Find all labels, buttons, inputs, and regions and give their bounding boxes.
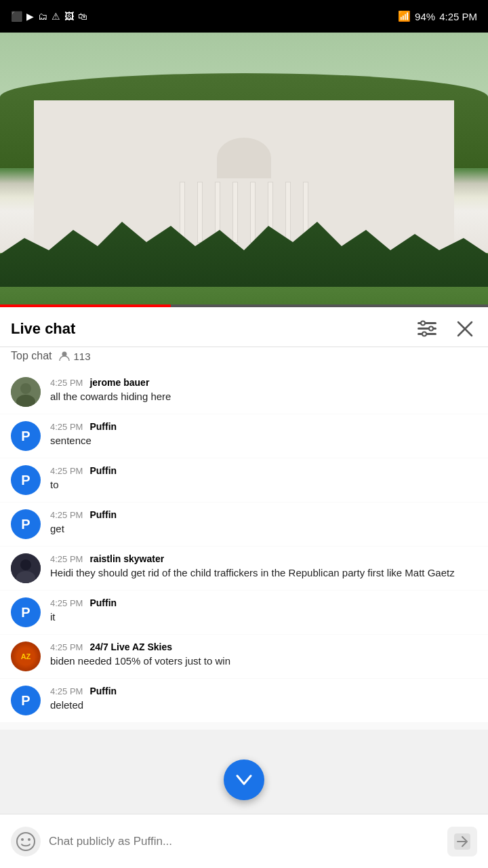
avatar-puffin-3: P [11, 465, 41, 495]
chat-content-5: 4:25 PM raistlin skywater Heidi they sho… [50, 553, 477, 580]
avatar-image [11, 377, 41, 407]
column [232, 182, 238, 243]
send-button[interactable] [447, 827, 477, 856]
person-icon [58, 350, 70, 362]
chat-content-4: 4:25 PM Puffin get [50, 509, 477, 536]
close-button[interactable] [453, 317, 477, 341]
topchat-label[interactable]: Top chat [11, 350, 52, 362]
settings-icon-button[interactable] [415, 317, 439, 341]
chat-text-8: deleted [50, 698, 477, 713]
column [180, 182, 185, 243]
chat-time-7: 4:25 PM [50, 642, 83, 652]
send-icon [453, 832, 472, 851]
chat-text-1: all the cowards hiding here [50, 389, 477, 404]
wifi-icon: 📶 [398, 10, 411, 22]
image-icon: 🖼 [64, 11, 74, 22]
chat-author-7: 24/7 Live AZ Skies [89, 642, 172, 652]
current-time: 4:25 PM [439, 11, 477, 22]
chat-meta-5: 4:25 PM raistlin skywater [50, 553, 477, 564]
topchat-row: Top chat 113 [0, 347, 488, 370]
chat-author-3: Puffin [89, 465, 117, 476]
avatar-puffin-2: P [11, 421, 41, 451]
svg-point-13 [20, 559, 31, 570]
chat-meta-6: 4:25 PM Puffin [50, 597, 477, 608]
bag-icon: 🛍 [78, 11, 87, 22]
file-icon: 🗂 [38, 11, 47, 22]
chat-author-2: Puffin [89, 421, 117, 432]
chat-meta-8: 4:25 PM Puffin [50, 686, 477, 696]
chat-text-4: get [50, 521, 477, 536]
avatar-az-skies: AZ [11, 642, 41, 671]
avatar-puffin-6: P [11, 597, 41, 627]
chat-content-8: 4:25 PM Puffin deleted [50, 686, 477, 713]
svg-point-5 [422, 332, 426, 336]
chat-message-3: P 4:25 PM Puffin to [0, 458, 488, 502]
status-icons-left: ⬛ ▶ 🗂 ⚠ 🖼 🛍 [11, 11, 87, 22]
chat-text-6: it [50, 610, 477, 625]
youtube-icon: ▶ [26, 11, 34, 22]
chat-time-3: 4:25 PM [50, 466, 83, 476]
chat-time-4: 4:25 PM [50, 510, 83, 520]
chat-message-6: P 4:25 PM Puffin it [0, 591, 488, 634]
svg-point-16 [21, 838, 24, 841]
avatar-jerome-bauer [11, 377, 41, 407]
chat-author-5: raistlin skywater [89, 553, 164, 564]
chat-text-5: Heidi they should get rid of the child t… [50, 566, 477, 580]
chat-author-1: jerome bauer [89, 377, 149, 388]
avatar-image-raistlin [11, 553, 41, 583]
column [197, 182, 203, 243]
chat-message-7: AZ 4:25 PM 24/7 Live AZ Skies biden need… [0, 635, 488, 678]
emoji-button[interactable] [11, 827, 41, 856]
video-columns [180, 182, 308, 243]
video-progress-bar [0, 304, 488, 307]
chat-input-field[interactable] [49, 825, 439, 858]
chat-time-2: 4:25 PM [50, 422, 83, 432]
avatar-raistlin [11, 553, 41, 583]
svg-point-4 [429, 327, 433, 331]
livechat-header-actions [415, 317, 477, 341]
video-white-house [34, 100, 454, 263]
chat-text-2: sentence [50, 433, 477, 448]
chat-content-3: 4:25 PM Puffin to [50, 465, 477, 492]
chat-time-5: 4:25 PM [50, 554, 83, 564]
chat-author-8: Puffin [89, 686, 117, 696]
chat-content-2: 4:25 PM Puffin sentence [50, 421, 477, 448]
viewer-count: 113 [58, 350, 90, 362]
battery-level: 94% [415, 11, 435, 22]
notification-icon-m: ⬛ [11, 11, 22, 22]
chat-input-bar [0, 814, 488, 868]
column [250, 182, 256, 243]
svg-point-3 [421, 321, 425, 326]
scroll-to-bottom-button[interactable] [224, 760, 264, 800]
avatar-puffin-8: P [11, 686, 41, 715]
avatar-puffin-4: P [11, 509, 41, 539]
chat-author-4: Puffin [89, 509, 117, 520]
status-right: 📶 94% 4:25 PM [398, 10, 477, 22]
status-bar: ⬛ ▶ 🗂 ⚠ 🖼 🛍 📶 94% 4:25 PM [0, 0, 488, 33]
chat-time-1: 4:25 PM [50, 378, 83, 388]
chat-time-6: 4:25 PM [50, 598, 83, 608]
chat-messages-area: 4:25 PM jerome bauer all the cowards hid… [0, 370, 488, 730]
video-progress-fill [0, 304, 171, 307]
chat-meta-4: 4:25 PM Puffin [50, 509, 477, 520]
chat-message-2: P 4:25 PM Puffin sentence [0, 414, 488, 458]
video-dome [217, 138, 271, 178]
svg-point-17 [28, 838, 30, 841]
chat-message-1: 4:25 PM jerome bauer all the cowards hid… [0, 370, 488, 414]
viewer-count-number: 113 [73, 351, 90, 362]
livechat-header: Live chat [0, 307, 488, 347]
column [285, 182, 291, 243]
video-player[interactable] [0, 33, 488, 307]
chat-content-1: 4:25 PM jerome bauer all the cowards hid… [50, 377, 477, 404]
chat-meta-1: 4:25 PM jerome bauer [50, 377, 477, 388]
chat-content-7: 4:25 PM 24/7 Live AZ Skies biden needed … [50, 642, 477, 669]
livechat-title: Live chat [11, 320, 75, 338]
alert-icon: ⚠ [52, 11, 60, 22]
chat-meta-7: 4:25 PM 24/7 Live AZ Skies [50, 642, 477, 652]
chat-message-4: P 4:25 PM Puffin get [0, 502, 488, 546]
emoji-icon [16, 831, 36, 852]
chat-text-7: biden needed 105% of voters just to win [50, 654, 477, 669]
chat-text-3: to [50, 477, 477, 492]
svg-point-10 [20, 383, 31, 394]
chat-message-5: 4:25 PM raistlin skywater Heidi they sho… [0, 547, 488, 590]
